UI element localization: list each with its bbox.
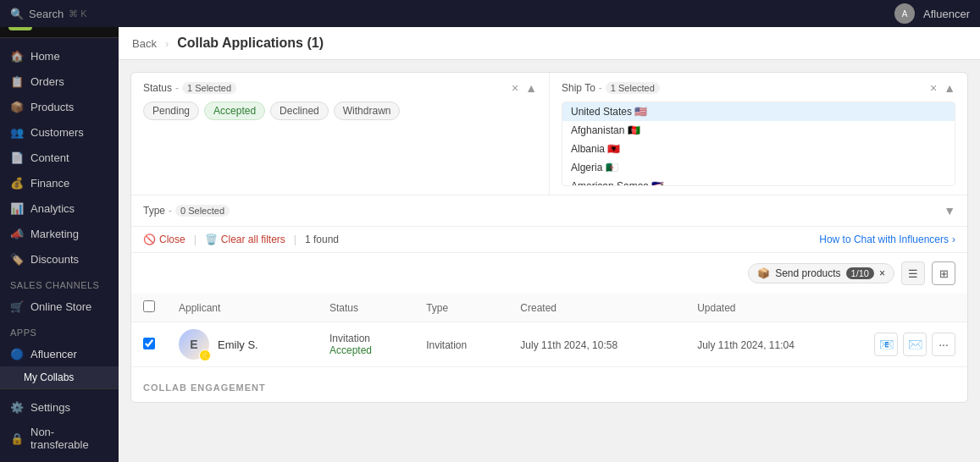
sidebar-nav: 🏠Home 📋Orders 📦Products 👥Customers 📄Cont… xyxy=(0,38,119,388)
content-icon: 📄 xyxy=(10,151,24,164)
topbar: 🔍 Search ⌘ K A Afluencer xyxy=(0,0,980,27)
sidebar-item-home[interactable]: 🏠Home xyxy=(0,43,119,69)
filter-tag-pending[interactable]: Pending xyxy=(143,102,199,120)
list-view-button[interactable]: ☰ xyxy=(901,261,925,285)
row-action-mail-button[interactable]: ✉️ xyxy=(903,333,927,356)
grid-view-button[interactable]: ⊞ xyxy=(932,261,955,285)
sidebar-item-non-transferable[interactable]: 🔒Non-transferable xyxy=(0,420,119,457)
sidebar-item-marketing[interactable]: 📣Marketing xyxy=(0,221,119,246)
updated-cell: July 11th 2024, 11:04 xyxy=(685,322,862,367)
close-icon: 🚫 xyxy=(143,234,156,245)
sidebar-item-settings[interactable]: ⚙️Settings xyxy=(0,394,119,420)
settings-icon: ⚙️ xyxy=(10,400,24,414)
customers-icon: 👥 xyxy=(10,125,24,139)
status-filter-toggle[interactable]: ▲ xyxy=(525,81,537,95)
sidebar-item-products[interactable]: 📦Products xyxy=(0,94,119,119)
sidebar-item-discounts[interactable]: 🏷️Discounts xyxy=(0,246,119,272)
select-all-checkbox[interactable] xyxy=(143,300,155,312)
filter-panel: Status - 1 Selected × ▲ Pending Accepted… xyxy=(130,72,968,403)
row-checkbox[interactable] xyxy=(143,338,155,349)
row-action-more-button[interactable]: ··· xyxy=(932,333,955,356)
sidebar-item-label: Content xyxy=(30,151,69,164)
col-updated: Updated xyxy=(685,294,862,322)
filter-separator-1: | xyxy=(194,234,197,245)
ship-to-filter-close[interactable]: × xyxy=(930,81,937,95)
sidebar-item-orders[interactable]: 📋Orders xyxy=(0,69,119,94)
filter-actions: 🚫 Close | 🗑️ Clear all filters | 1 found… xyxy=(131,227,967,252)
status-accepted: Accepted xyxy=(329,344,402,356)
actions-cell: 📧 ✉️ ··· xyxy=(862,322,967,367)
applicant-avatar: E ⭐ xyxy=(179,329,209,360)
status-filter-close[interactable]: × xyxy=(512,81,518,95)
send-products-button[interactable]: 📦 Send products 1/10 × xyxy=(748,263,894,283)
sidebar-item-finance[interactable]: 💰Finance xyxy=(0,170,119,195)
status-info: Invitation Accepted xyxy=(329,333,402,356)
country-item-af[interactable]: Afghanistan 🇦🇫 xyxy=(562,121,955,140)
country-item-dz[interactable]: Algeria 🇩🇿 xyxy=(562,158,955,177)
sidebar-item-afluencer[interactable]: 🔵Afluencer xyxy=(0,341,119,366)
ship-to-dash: - xyxy=(599,82,602,94)
sidebar-item-label: Home xyxy=(30,50,60,63)
ship-to-filter-toggle[interactable]: ▲ xyxy=(944,81,955,95)
page-header: Back › Collab Applications (1) xyxy=(119,27,980,60)
country-item-al[interactable]: Albania 🇦🇱 xyxy=(562,140,955,158)
sidebar-item-label: Products xyxy=(30,101,74,113)
chat-link[interactable]: How to Chat with Influencers › xyxy=(819,234,955,245)
send-products-badge: 1/10 xyxy=(846,267,874,279)
sidebar-item-customers[interactable]: 👥Customers xyxy=(0,119,119,145)
type-filter-toggle[interactable]: ▼ xyxy=(944,204,955,217)
status-filter: Status - 1 Selected × ▲ Pending Accepted… xyxy=(131,73,550,195)
sidebar-item-analytics[interactable]: 📊Analytics xyxy=(0,195,119,221)
main-content: Back › Collab Applications (1) Status - … xyxy=(119,27,980,462)
sidebar-item-content[interactable]: 📄Content xyxy=(0,145,119,170)
col-type: Type xyxy=(414,294,508,322)
filter-separator-2: | xyxy=(294,234,296,245)
sidebar: S 🏠Home 📋Orders 📦Products 👥Customers 📄Co… xyxy=(0,0,119,462)
sub-item-label: My Collabs xyxy=(24,371,74,383)
type-filter-label: Type - 0 Selected xyxy=(143,205,230,217)
filter-row-main: Status - 1 Selected × ▲ Pending Accepted… xyxy=(131,73,967,195)
country-item-as[interactable]: American Samoa 🇦🇸 xyxy=(562,177,955,186)
table-header: Applicant Status Type Created Updated xyxy=(131,294,967,322)
table-toolbar: 📦 Send products 1/10 × ☰ ⊞ xyxy=(131,252,967,294)
col-applicant: Applicant xyxy=(167,294,318,322)
sidebar-item-online-store[interactable]: 🛒Online Store xyxy=(0,294,119,319)
col-checkbox xyxy=(131,294,167,322)
sidebar-item-label: Marketing xyxy=(30,228,79,240)
sidebar-bottom: ⚙️Settings 🔒Non-transferable xyxy=(0,388,119,462)
created-cell: July 11th 2024, 10:58 xyxy=(508,322,685,367)
row-action-send-button[interactable]: 📧 xyxy=(874,333,898,356)
status-filter-tags: Pending Accepted Declined Withdrawn xyxy=(143,102,537,120)
filter-tag-declined[interactable]: Declined xyxy=(270,102,329,120)
close-link[interactable]: 🚫 Close xyxy=(143,234,185,245)
sidebar-item-my-collabs[interactable]: My Collabs xyxy=(0,366,119,388)
col-actions xyxy=(862,294,967,322)
sidebar-item-label: Customers xyxy=(30,126,84,139)
sidebar-item-label: Online Store xyxy=(30,300,91,313)
search-icon: 🔍 xyxy=(10,8,24,20)
status-dash: - xyxy=(175,82,179,94)
close-send-icon[interactable]: × xyxy=(879,267,885,279)
type-label: Invitation xyxy=(426,339,467,351)
sales-channels-section: Sales channels xyxy=(0,272,119,294)
orders-icon: 📋 xyxy=(10,74,24,88)
search-label: Search xyxy=(29,8,64,20)
col-status: Status xyxy=(318,294,414,322)
back-button[interactable]: Back xyxy=(132,37,157,50)
sidebar-item-label: Finance xyxy=(30,177,69,190)
afluencer-icon: 🔵 xyxy=(10,347,24,360)
filter-tag-withdrawn[interactable]: Withdrawn xyxy=(334,102,401,120)
filter-tag-accepted[interactable]: Accepted xyxy=(204,102,265,120)
invitation-label: Invitation xyxy=(329,333,402,344)
avatar: A xyxy=(894,3,915,24)
status-cell: Invitation Accepted xyxy=(318,322,414,367)
created-date: July 11th 2024, 10:58 xyxy=(520,339,617,351)
ship-to-filter: Ship To - 1 Selected × ▲ United States 🇺… xyxy=(550,73,967,195)
ship-to-filter-header: Ship To - 1 Selected × ▲ xyxy=(562,81,955,95)
country-item-us[interactable]: United States 🇺🇸 xyxy=(562,102,955,121)
status-filter-label: Status - 1 Selected xyxy=(143,82,236,94)
table-body: E ⭐ Emily S. Invitation Accepted xyxy=(131,322,967,367)
clear-all-link[interactable]: 🗑️ Clear all filters xyxy=(205,234,285,245)
type-filter-row: Type - 0 Selected ▼ xyxy=(131,195,967,227)
sidebar-item-label: Discounts xyxy=(30,253,79,266)
